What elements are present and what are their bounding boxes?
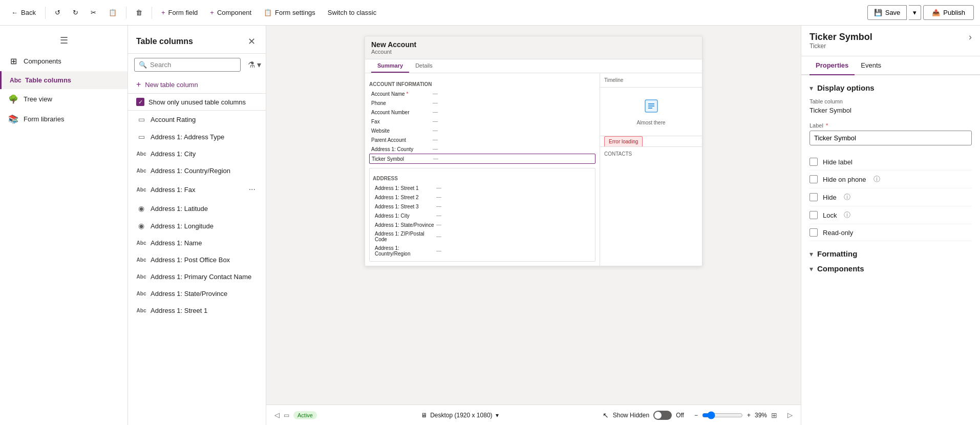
switch-label: Switch to classic [328,9,376,16]
tab-properties[interactable]: Properties [809,56,855,75]
table-column-label: Table column [809,98,972,104]
read-only-checkbox[interactable] [809,228,818,237]
list-item[interactable]: ◉ Address 1: Latitude [128,200,266,217]
form-settings-button[interactable]: 📋 Form settings [259,6,321,19]
form-field-row: Phone — [369,98,595,108]
formatting-section-header[interactable]: ▾ Formatting [809,249,972,258]
hide-info-icon[interactable]: ⓘ [844,193,850,202]
save-button[interactable]: 💾 Save [867,5,907,20]
display-options-section-header[interactable]: ▾ Display options [809,83,972,92]
tab-events[interactable]: Events [855,56,887,75]
form-field-row: Parent Account — [369,135,595,144]
save-dropdown-button[interactable]: ▾ [909,5,921,20]
field-value: — [433,109,593,115]
zoom-out-icon[interactable]: − [694,412,698,419]
list-item[interactable]: Abc Address 1: Primary Contact Name [128,268,266,285]
field-label: Address 1: County [371,146,433,152]
lock-text: Lock [823,211,837,219]
form-field-button[interactable]: + Form field [156,6,203,19]
component-button[interactable]: + Component [205,6,257,19]
cut-button[interactable]: ✂ [86,6,101,19]
hide-on-phone-checkbox[interactable] [809,175,818,183]
sidebar-item-tree-view[interactable]: 🌳 Tree view [0,89,127,109]
cut-icon: ✂ [91,9,96,16]
search-row: 🔍 ⚗ ▾ [128,54,266,76]
collapse-icon: ▾ [809,84,813,92]
hide-checkbox[interactable] [809,193,818,201]
new-table-column-button[interactable]: + New table column [128,76,266,94]
components-section: ▾ Components [809,264,972,273]
list-item[interactable]: Abc Address 1: Name [128,235,266,251]
sidebar-item-components[interactable]: ⊞ Components [0,51,127,71]
more-options-icon[interactable]: ··· [247,184,258,195]
field-label: Address 1: Country/Region [375,245,436,257]
field-value: — [436,213,590,219]
show-unused-row[interactable]: ✓ Show only unused table columns [128,94,266,111]
form-field-label: Form field [168,9,198,16]
field-label: Phone [371,100,433,106]
list-item[interactable]: Abc Address 1: Country/Region [128,162,266,179]
list-item[interactable]: Abc Address 1: Fax ··· [128,179,266,200]
right-panel-expand-button[interactable]: › [969,32,972,42]
components-section-header[interactable]: ▾ Components [809,264,972,273]
show-hidden-label: Show Hidden [613,412,649,419]
show-hidden-row: ↖ Show Hidden Off [603,411,684,420]
show-hidden-toggle[interactable] [653,411,672,420]
form-body: ACCOUNT INFORMATION Account Name * — Pho… [365,73,702,266]
zoom-in-icon[interactable]: + [747,412,751,419]
label-field-label: Label * [809,122,972,129]
paste-icon: 📋 [109,9,117,16]
list-item[interactable]: ▭ Account Rating [128,111,266,128]
account-info-section-title: ACCOUNT INFORMATION [369,81,595,87]
form-field-row-highlighted[interactable]: Ticker Symbol — [369,154,595,164]
scroll-right-icon[interactable]: ▷ [787,411,793,419]
almost-there-icon [643,98,659,118]
form-field-row: Account Number — [369,108,595,117]
form-tab-summary[interactable]: Summary [371,59,409,73]
form-field-row: Address 1: Street 2 — [373,193,592,202]
right-panel-title-group: Ticker Symbol Ticker [809,32,872,50]
sidebar-item-form-libraries[interactable]: 📚 Form libraries [0,109,127,129]
show-unused-checkbox[interactable]: ✓ [136,98,144,106]
list-item[interactable]: Abc Address 1: Street 1 [128,302,266,319]
read-only-row: Read-only [809,224,972,241]
zoom-slider[interactable] [702,411,743,419]
delete-icon: 🗑 [136,9,142,16]
components-icon: ⊞ [8,56,18,66]
save-label: Save [885,9,901,16]
lock-info-icon[interactable]: ⓘ [844,210,850,220]
list-item[interactable]: ▭ Address 1: Address Type [128,128,266,145]
chevron-down-icon: ▾ [913,9,917,16]
form-tab-details[interactable]: Details [409,59,439,73]
device-selector[interactable]: 🖥 Desktop (1920 x 1080) ▾ [421,412,498,419]
field-value: — [433,118,593,124]
delete-button[interactable]: 🗑 [131,6,147,19]
list-item[interactable]: Abc Address 1: City [128,145,266,162]
list-item[interactable]: ◉ Address 1: Longitude [128,217,266,235]
lock-checkbox[interactable] [809,211,818,219]
redo-button[interactable]: ↻ [68,6,83,19]
scroll-left-icon[interactable]: ◁ [274,411,280,419]
list-item[interactable]: Abc Address 1: State/Province [128,285,266,302]
search-input[interactable] [150,61,236,69]
field-type-icon: ▭ [136,115,146,123]
field-value: — [436,185,590,191]
paste-button[interactable]: 📋 [103,6,122,19]
panel-close-button[interactable]: ✕ [246,34,258,49]
publish-icon: 📤 [932,9,940,16]
hide-label-checkbox[interactable] [809,158,818,166]
fit-screen-icon[interactable]: ⊞ [771,411,777,419]
label-input[interactable] [809,131,972,145]
error-loading-text: Error loading [604,136,643,147]
form-header: New Account Account [365,36,702,59]
hamburger-button[interactable]: ☰ [0,30,127,51]
undo-button[interactable]: ↺ [50,6,66,19]
hide-on-phone-info-icon[interactable]: ⓘ [874,175,880,184]
publish-button[interactable]: 📤 Publish [923,5,974,20]
switch-classic-button[interactable]: Switch to classic [323,6,381,19]
filter-button[interactable]: ⚗ ▾ [245,58,264,72]
list-item[interactable]: Abc Address 1: Post Office Box [128,251,266,268]
sidebar-item-table-columns[interactable]: Abc Table columns [0,71,127,89]
back-button[interactable]: ← Back [6,6,41,19]
save-icon: 💾 [874,9,882,16]
